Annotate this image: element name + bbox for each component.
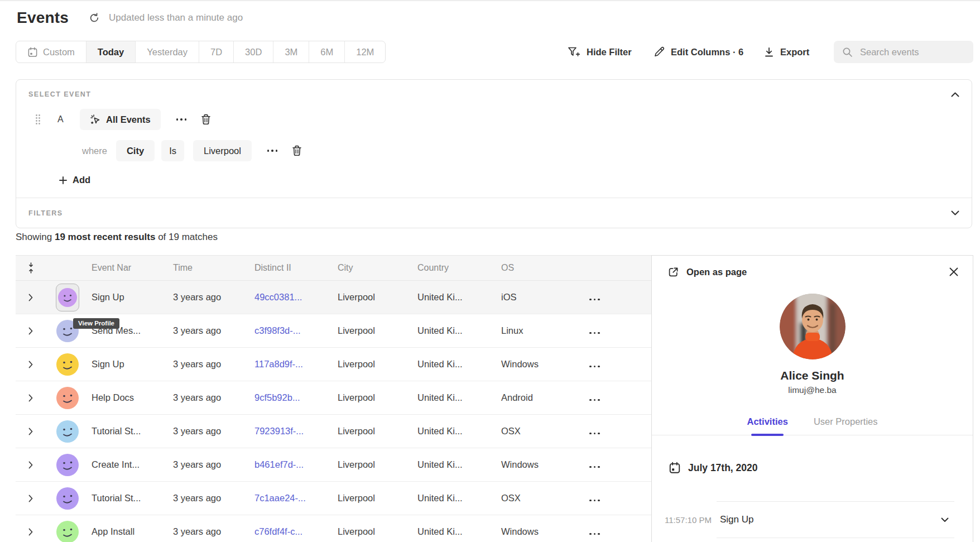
date-range-tab-12m[interactable]: 12M xyxy=(345,41,385,63)
col-header-country[interactable]: Country xyxy=(415,263,499,273)
delete-event-trash-icon[interactable] xyxy=(201,114,211,125)
filters-section-header[interactable]: FILTERS xyxy=(16,198,972,228)
col-header-city[interactable]: City xyxy=(335,263,415,273)
event-name: Sign Up xyxy=(89,292,171,303)
hide-filter-button[interactable]: Hide Filter xyxy=(568,41,632,63)
event-name: Help Docs xyxy=(89,392,171,403)
event-os: OSX xyxy=(499,493,564,503)
drag-handle-icon[interactable] xyxy=(35,114,41,125)
condition-operator-chip[interactable]: Is xyxy=(161,140,184,161)
row-menu-button[interactable] xyxy=(587,531,602,538)
expand-row-chevron-right-icon[interactable] xyxy=(28,461,33,469)
date-range-tab-custom[interactable]: Custom xyxy=(16,41,87,63)
col-header-os[interactable]: OS xyxy=(499,263,564,273)
distinct-id-link[interactable]: 9cf5b92b... xyxy=(254,392,300,402)
sort-collapse-icon[interactable] xyxy=(16,262,46,274)
expand-row-chevron-right-icon[interactable] xyxy=(28,495,33,502)
event-selector-button[interactable]: All Events xyxy=(80,109,161,130)
row-menu-button[interactable] xyxy=(587,464,602,471)
pencil-icon xyxy=(654,46,665,57)
event-time: 3 years ago xyxy=(171,325,252,336)
condition-value-chip[interactable]: Liverpool xyxy=(193,140,252,161)
event-more-options-button[interactable] xyxy=(174,116,189,123)
user-avatar[interactable] xyxy=(56,353,79,376)
expand-row-chevron-right-icon[interactable] xyxy=(28,428,33,435)
distinct-id-link[interactable]: 49cc0381... xyxy=(254,292,302,302)
collapse-section-chevron-up-icon[interactable] xyxy=(951,92,959,97)
distinct-id-link[interactable]: 7c1aae24-... xyxy=(254,493,306,503)
date-range-tab-7d[interactable]: 7D xyxy=(199,41,234,63)
event-os: OSX xyxy=(499,426,564,437)
date-range-tab-today[interactable]: Today xyxy=(87,41,136,63)
user-avatar[interactable] xyxy=(56,521,79,542)
col-header-time[interactable]: Time xyxy=(171,263,252,273)
results-summary: Showing 19 most recent results of 19 mat… xyxy=(16,232,218,243)
search-input[interactable] xyxy=(860,47,963,57)
user-avatar[interactable] xyxy=(56,420,79,443)
distinct-id-link[interactable]: b461ef7d-... xyxy=(254,459,304,469)
expand-row-chevron-right-icon[interactable] xyxy=(28,528,33,536)
row-menu-button[interactable] xyxy=(587,363,602,370)
expand-row-chevron-right-icon[interactable] xyxy=(28,361,33,368)
distinct-id-link[interactable]: 7923913f-... xyxy=(254,426,304,436)
tab-activities[interactable]: Activities xyxy=(747,416,788,427)
row-menu-button[interactable] xyxy=(587,330,602,337)
export-button[interactable]: Export xyxy=(764,41,809,63)
row-menu-button[interactable] xyxy=(587,497,602,504)
condition-property-chip[interactable]: City xyxy=(116,140,155,161)
event-country: United Ki... xyxy=(415,392,499,403)
close-panel-x-icon[interactable] xyxy=(949,267,958,276)
distinct-id-link[interactable]: 117a8d9f-... xyxy=(254,359,303,369)
add-label: Add xyxy=(73,175,90,185)
expand-row-chevron-right-icon[interactable] xyxy=(28,394,33,402)
user-avatar[interactable] xyxy=(56,487,79,510)
date-range-tab-yesterday[interactable]: Yesterday xyxy=(136,41,199,63)
condition-more-options-button[interactable] xyxy=(265,147,280,154)
date-range-label: 3M xyxy=(285,47,297,57)
download-icon xyxy=(764,47,774,57)
event-time: 3 years ago xyxy=(171,526,252,537)
date-range-tab-30d[interactable]: 30D xyxy=(234,41,273,63)
row-menu-button[interactable] xyxy=(587,397,602,404)
results-count: 19 most recent results xyxy=(55,232,155,242)
open-as-page-button[interactable]: Open as page xyxy=(667,266,747,278)
date-range-label: 12M xyxy=(356,47,374,57)
tab-user-properties[interactable]: User Properties xyxy=(814,416,878,427)
distinct-id-link[interactable]: c3f98f3d-... xyxy=(254,325,301,335)
row-menu-button[interactable] xyxy=(587,296,602,303)
col-header-event-name[interactable]: Event Nar xyxy=(89,263,171,273)
expand-row-chevron-right-icon[interactable] xyxy=(28,327,33,335)
profile-tabs: Activities User Properties xyxy=(652,416,973,435)
activity-expand-chevron-down-icon[interactable] xyxy=(941,517,949,522)
query-builder-card: SELECT EVENT A All Events where Cit xyxy=(16,79,972,228)
table-row: Sign Up 3 years ago 117a8d9f-... Liverpo… xyxy=(16,348,651,381)
date-range-label: 6M xyxy=(320,47,333,57)
add-event-button[interactable]: Add xyxy=(59,175,90,185)
row-menu-button[interactable] xyxy=(587,430,602,437)
refresh-icon xyxy=(89,12,100,23)
delete-condition-trash-icon[interactable] xyxy=(292,145,302,156)
expand-row-chevron-right-icon[interactable] xyxy=(28,294,33,301)
event-os: iOS xyxy=(499,292,564,303)
expand-filters-chevron-down-icon[interactable] xyxy=(951,210,959,215)
refresh-button[interactable] xyxy=(89,12,100,23)
event-time: 3 years ago xyxy=(171,426,252,437)
date-range-tab-3m[interactable]: 3M xyxy=(273,41,309,63)
date-range-tab-6m[interactable]: 6M xyxy=(309,41,345,63)
date-range-label: Custom xyxy=(43,47,75,57)
edit-columns-button[interactable]: Edit Columns · 6 xyxy=(654,41,743,63)
event-time: 3 years ago xyxy=(171,292,252,303)
event-os: Windows xyxy=(499,526,564,537)
event-country: United Ki... xyxy=(415,292,499,303)
event-os: Windows xyxy=(499,359,564,370)
all-events-cursor-icon xyxy=(90,114,101,125)
event-time: 3 years ago xyxy=(171,392,252,403)
activity-entry[interactable]: 11:57:10 PM Sign Up xyxy=(717,501,954,538)
event-os: Linux xyxy=(499,325,564,336)
col-header-distinct-id[interactable]: Distinct II xyxy=(252,263,335,273)
user-avatar[interactable] xyxy=(56,454,79,476)
user-avatar[interactable] xyxy=(58,288,77,307)
event-city: Liverpool xyxy=(335,493,415,503)
user-avatar[interactable] xyxy=(56,387,79,409)
distinct-id-link[interactable]: c76fdf4f-c... xyxy=(254,526,302,536)
